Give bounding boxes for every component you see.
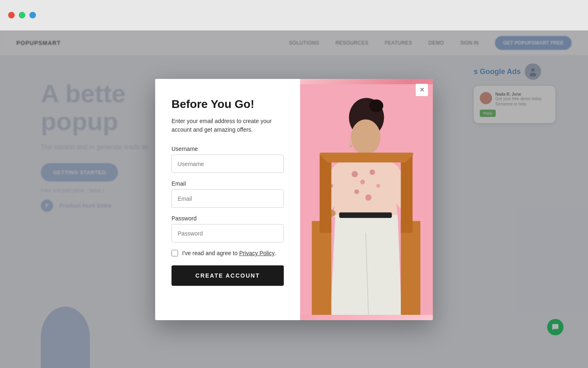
checkbox-label: I've read and agree to Privacy Policy. xyxy=(182,250,276,256)
password-group: Password xyxy=(172,215,284,242)
svg-point-19 xyxy=(350,145,352,147)
close-traffic-light[interactable] xyxy=(8,12,15,18)
svg-point-6 xyxy=(351,119,381,155)
svg-point-12 xyxy=(354,189,359,194)
svg-rect-17 xyxy=(339,212,392,218)
close-icon: ✕ xyxy=(419,86,425,94)
email-group: Email xyxy=(172,180,284,208)
privacy-policy-link[interactable]: Privacy Policy xyxy=(239,250,275,256)
modal-subtitle: Enter your email address to create your … xyxy=(172,117,284,134)
email-input[interactable] xyxy=(172,189,284,208)
modal-image-panel xyxy=(300,79,433,320)
password-label: Password xyxy=(172,215,284,222)
page-background: POPUPSMART SOLUTIONS RESOURCES FEATURES … xyxy=(0,31,588,368)
privacy-checkbox-row: I've read and agree to Privacy Policy. xyxy=(172,250,284,256)
modal-title: Before You Go! xyxy=(172,97,284,111)
svg-point-5 xyxy=(369,99,383,112)
create-account-button[interactable]: CREATE ACCOUNT xyxy=(172,265,284,286)
traffic-lights xyxy=(8,12,36,18)
minimize-traffic-light[interactable] xyxy=(19,12,25,18)
svg-point-13 xyxy=(365,194,372,200)
email-label: Email xyxy=(172,180,284,187)
username-group: Username xyxy=(172,146,284,173)
username-input[interactable] xyxy=(172,155,284,173)
modal-overlay: ✕ Before You Go! Enter your email addres… xyxy=(0,31,588,368)
svg-point-10 xyxy=(370,169,375,175)
browser-chrome xyxy=(0,0,588,31)
svg-point-8 xyxy=(352,171,358,177)
modal-form-panel: Before You Go! Enter your email address … xyxy=(155,79,300,320)
woman-illustration xyxy=(300,79,433,320)
username-label: Username xyxy=(172,146,284,152)
privacy-checkbox[interactable] xyxy=(172,250,178,256)
close-button[interactable]: ✕ xyxy=(416,84,428,96)
svg-point-18 xyxy=(349,141,352,144)
maximize-traffic-light[interactable] xyxy=(29,12,36,18)
modal-dialog: ✕ Before You Go! Enter your email addres… xyxy=(155,79,433,320)
svg-point-11 xyxy=(376,184,380,188)
modal-background xyxy=(300,79,433,320)
svg-point-9 xyxy=(360,180,365,184)
password-input[interactable] xyxy=(172,224,284,242)
